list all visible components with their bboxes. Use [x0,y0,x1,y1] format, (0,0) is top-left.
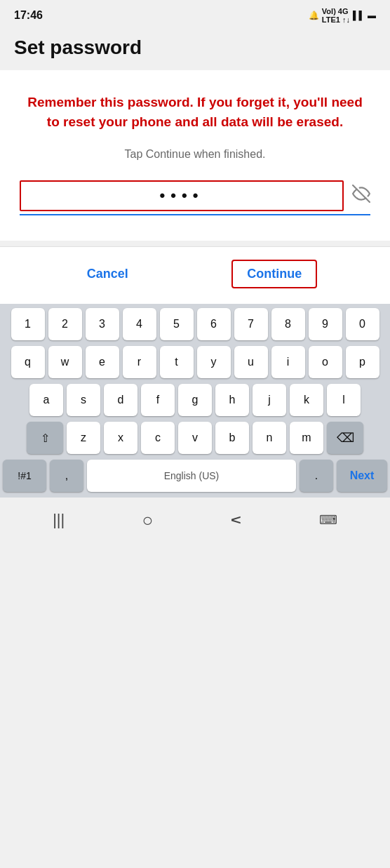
bottom-nav: ||| ○ ∨ ⌨ [0,503,390,537]
key-9[interactable]: 9 [309,308,342,340]
page-title: Set password [14,36,376,59]
signal-bars-icon: ▌▌ [353,11,365,20]
key-6[interactable]: 6 [197,308,231,340]
key-u[interactable]: u [234,346,268,378]
battery-icon: ▬ [368,11,376,20]
key-m[interactable]: m [290,422,323,454]
key-5[interactable]: 5 [160,308,194,340]
key-n[interactable]: n [253,422,286,454]
key-e[interactable]: e [86,346,119,378]
cancel-button[interactable]: Cancel [73,261,142,287]
key-z[interactable]: z [67,422,100,454]
action-buttons: Cancel Continue [0,246,390,304]
status-icons: 🔔 Vol) 4GLTE1 ↑↓ ▌▌ ▬ [309,7,376,24]
key-8[interactable]: 8 [271,308,305,340]
keyboard-number-row: 1 2 3 4 5 6 7 8 9 0 [3,308,387,340]
sym-key[interactable]: !#1 [3,460,46,492]
key-x[interactable]: x [104,422,137,454]
back-icon[interactable]: ∨ [227,514,246,526]
signal-text: Vol) 4GLTE1 ↑↓ [322,7,350,24]
space-key[interactable]: English (US) [87,460,296,492]
home-icon[interactable]: ○ [142,509,154,531]
keyboard-row-z: ⇧ z x c v b n m ⌫ [3,422,387,454]
keyboard-row-a: a s d f g h j k l [3,384,387,416]
key-a[interactable]: a [29,384,63,416]
key-g[interactable]: g [178,384,212,416]
key-3[interactable]: 3 [86,308,119,340]
shift-key[interactable]: ⇧ [27,422,63,454]
key-1[interactable]: 1 [11,308,45,340]
instruction-text: Tap Continue when finished. [20,148,370,161]
page-header: Set password [0,28,390,70]
main-card: Remember this password. If you forget it… [0,70,390,241]
key-f[interactable]: f [141,384,175,416]
key-y[interactable]: y [197,346,231,378]
key-s[interactable]: s [67,384,100,416]
key-c[interactable]: c [141,422,175,454]
key-l[interactable]: l [327,384,361,416]
continue-button[interactable]: Continue [231,260,317,288]
keyboard-bottom-row: !#1 , English (US) . Next [3,460,387,498]
password-input-box[interactable]: •••• [20,180,344,211]
warning-text: Remember this password. If you forget it… [20,93,370,131]
comma-key[interactable]: , [50,460,83,492]
key-j[interactable]: j [253,384,286,416]
period-key[interactable]: . [300,460,333,492]
alarm-icon: 🔔 [309,11,319,20]
key-v[interactable]: v [178,422,212,454]
keyboard-icon[interactable]: ⌨ [319,512,337,528]
key-0[interactable]: 0 [346,308,379,340]
keyboard-row-q: q w e r t y u i o p [3,346,387,378]
key-2[interactable]: 2 [48,308,82,340]
key-t[interactable]: t [160,346,194,378]
key-b[interactable]: b [215,422,249,454]
key-h[interactable]: h [215,384,249,416]
key-k[interactable]: k [290,384,323,416]
key-i[interactable]: i [271,346,305,378]
key-w[interactable]: w [48,346,82,378]
next-key[interactable]: Next [337,460,387,492]
password-dots: •••• [160,187,204,205]
key-7[interactable]: 7 [234,308,268,340]
status-time: 17:46 [14,9,43,22]
key-q[interactable]: q [11,346,45,378]
key-p[interactable]: p [346,346,379,378]
visibility-off-icon[interactable] [352,185,370,207]
keyboard: 1 2 3 4 5 6 7 8 9 0 q w e r t y u i o p … [0,304,390,498]
password-field-wrapper[interactable]: •••• [20,180,370,215]
backspace-key[interactable]: ⌫ [327,422,363,454]
recents-icon[interactable]: ||| [53,511,65,529]
status-bar: 17:46 🔔 Vol) 4GLTE1 ↑↓ ▌▌ ▬ [0,0,390,28]
key-r[interactable]: r [123,346,156,378]
key-4[interactable]: 4 [123,308,156,340]
key-d[interactable]: d [104,384,137,416]
key-o[interactable]: o [309,346,342,378]
